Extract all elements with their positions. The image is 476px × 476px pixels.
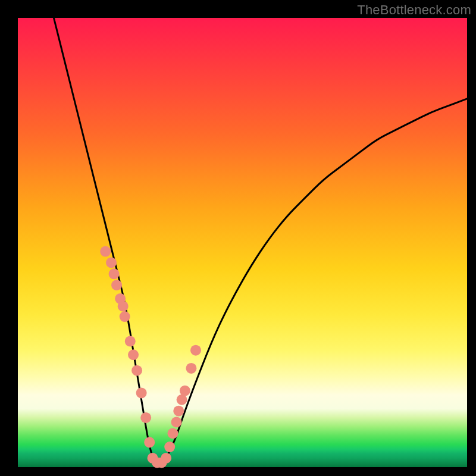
plot-area — [18, 18, 467, 467]
curve-layer — [54, 18, 467, 462]
marker-dot — [144, 437, 155, 447]
marker-dot — [109, 268, 120, 279]
chart-svg — [18, 18, 467, 467]
marker-dot — [136, 387, 147, 398]
marker-dot — [111, 280, 122, 290]
marker-layer — [100, 246, 201, 468]
marker-dot — [161, 453, 171, 464]
marker-dot — [164, 441, 175, 452]
marker-dot — [120, 311, 130, 322]
marker-dot — [186, 363, 196, 374]
marker-dot — [128, 349, 139, 360]
marker-dot — [106, 257, 117, 268]
marker-dot — [131, 365, 142, 376]
marker-dot — [173, 406, 184, 416]
marker-dot — [171, 417, 182, 428]
marker-dot — [118, 301, 129, 312]
marker-dot — [100, 246, 111, 257]
bottleneck-curve — [54, 18, 467, 462]
marker-dot — [190, 345, 201, 356]
watermark-text: TheBottleneck.com — [357, 2, 471, 18]
marker-dot — [180, 386, 190, 396]
marker-dot — [140, 412, 151, 423]
marker-dot — [125, 336, 136, 347]
marker-dot — [167, 428, 178, 439]
chart-frame: TheBottleneck.com — [0, 0, 476, 476]
